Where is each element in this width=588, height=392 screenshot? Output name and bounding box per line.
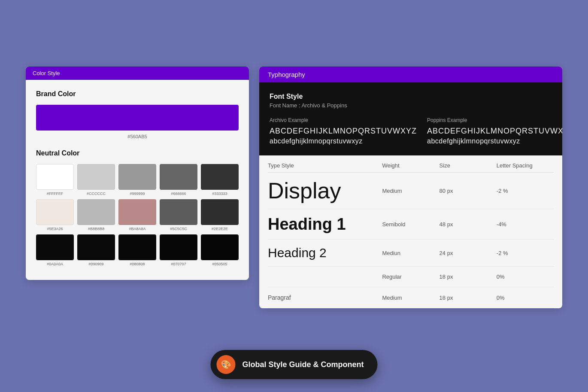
neutral-color-section: Neutral Color #FFFFFF #CCCCCC #999999	[36, 149, 239, 266]
neutral-color-title: Neutral Color	[36, 149, 239, 157]
type-table-header: Type Style Weight Size Letter Spacing	[268, 155, 554, 173]
swatch-5c5c5c: #5C5C5C	[160, 199, 197, 231]
archivo-upper: ABCDEFGHIJKLMNOPQRSTUVWXYZ	[270, 127, 417, 136]
typography-title: Typhography	[268, 71, 305, 78]
h1-spacing: -4%	[497, 221, 554, 228]
swatch-f0ebe6: #5E3A26	[36, 199, 74, 231]
swatch-333333: #333333	[201, 164, 239, 196]
type-row-h1: Heading 1 Semibold 48 px -4%	[268, 209, 554, 240]
type-row-h2: Heading 2 Mediun 24 px -2 %	[268, 240, 554, 267]
normal-size: 18 px	[439, 273, 497, 280]
h2-weight: Mediun	[382, 250, 439, 256]
font-columns: Archivo Example ABCDEFGHIJKLMNOPQRSTUVWX…	[270, 117, 552, 145]
swatch-070707: #070707	[160, 234, 197, 266]
bottom-bar-icon: 🎨	[216, 355, 235, 374]
normal-spacing: 0%	[497, 273, 554, 280]
main-wrapper: Color Style Brand Color #560AB5 Neutral …	[26, 67, 562, 308]
swatch-ffffff: #FFFFFF	[36, 164, 74, 196]
swatch-cccccc: #CCCCCC	[77, 164, 115, 196]
bottom-bar: 🎨 Global Style Guide & Component	[210, 350, 377, 379]
color-panel-title: Color Style	[33, 70, 60, 76]
h1-size: 48 px	[439, 221, 497, 228]
poppins-upper: ABCDEFGHIJKLMNOPQRSTUVWXYZ	[427, 127, 562, 136]
swatch-666666: #666666	[160, 164, 197, 196]
color-panel-header: Color Style	[26, 67, 249, 80]
h2-label: Heading 2	[268, 246, 382, 259]
brand-color-title: Brand Color	[36, 90, 239, 98]
col-type-style: Type Style	[268, 162, 382, 169]
font-style-title: Font Style	[270, 93, 552, 100]
typography-panel: Typhography Font Style Font Name : Archi…	[259, 67, 562, 308]
h2-size: 24 px	[439, 250, 497, 256]
display-weight: Medium	[382, 188, 439, 194]
neutral-row-3: #0A0A0A #090909 #080808 #070707	[36, 234, 239, 266]
poppins-lower: abcdefghijklmnopqrstuvwxyz	[427, 137, 562, 145]
bottom-bar-label: Global Style Guide & Component	[242, 360, 364, 369]
type-row-normal: Regular 18 px 0%	[268, 267, 554, 287]
archivo-label: Archivo Example	[270, 117, 417, 123]
normal-weight: Regular	[382, 273, 439, 280]
swatch-999999: #999999	[118, 164, 156, 196]
archivo-column: Archivo Example ABCDEFGHIJKLMNOPQRSTUVWX…	[270, 117, 417, 145]
archivo-lower: abcdefghijklmnopqrstuvwxyz	[270, 137, 417, 145]
typography-header: Typhography	[259, 67, 562, 82]
col-size: Size	[439, 162, 497, 169]
color-panel: Color Style Brand Color #560AB5 Neutral …	[26, 67, 249, 280]
col-weight: Weight	[382, 162, 439, 169]
poppins-label: Poppins Example	[427, 117, 562, 123]
display-spacing: -2 %	[497, 188, 554, 194]
type-table: Type Style Weight Size Letter Spacing Di…	[259, 155, 562, 308]
paragraf-label: Paragraf	[268, 294, 382, 301]
paragraf-spacing: 0%	[497, 295, 554, 301]
swatch-b8b8b8: #B8B8B8	[77, 199, 115, 231]
swatch-0a0a0a: #0A0A0A	[36, 234, 74, 266]
swatch-050505: #050505	[201, 234, 239, 266]
display-size: 80 px	[439, 188, 497, 194]
type-row-paragraf: Paragraf Medium 18 px 0%	[268, 287, 554, 308]
display-label: Display	[268, 179, 382, 202]
color-panel-body: Brand Color #560AB5 Neutral Color #FFFFF…	[26, 80, 249, 280]
swatch-080808: #080808	[118, 234, 156, 266]
brand-color-hex: #560AB5	[36, 134, 239, 139]
h1-weight: Semibold	[382, 221, 439, 228]
neutral-row-1: #FFFFFF #CCCCCC #999999 #666666	[36, 164, 239, 196]
paragraf-weight: Medium	[382, 295, 439, 301]
type-row-display: Display Medium 80 px -2 %	[268, 173, 554, 209]
col-letter-spacing: Letter Spacing	[497, 162, 554, 169]
h1-label: Heading 1	[268, 216, 382, 232]
swatch-2e2e2e: #2E2E2E	[201, 199, 239, 231]
brand-color-swatch	[36, 105, 239, 131]
font-showcase: Font Style Font Name : Archivo & Poppins…	[259, 82, 562, 155]
palette-icon: 🎨	[221, 359, 231, 370]
neutral-row-2: #5E3A26 #B8B8B8 #BA8A8A #5C5C5C	[36, 199, 239, 231]
poppins-column: Poppins Example ABCDEFGHIJKLMNOPQRSTUVWX…	[427, 117, 562, 145]
swatch-090909: #090909	[77, 234, 115, 266]
paragraf-size: 18 px	[439, 295, 497, 301]
h2-spacing: -2 %	[497, 250, 554, 256]
font-name-label: Font Name : Archivo & Poppins	[270, 102, 552, 109]
swatch-ba8a8a: #BA8A8A	[118, 199, 156, 231]
